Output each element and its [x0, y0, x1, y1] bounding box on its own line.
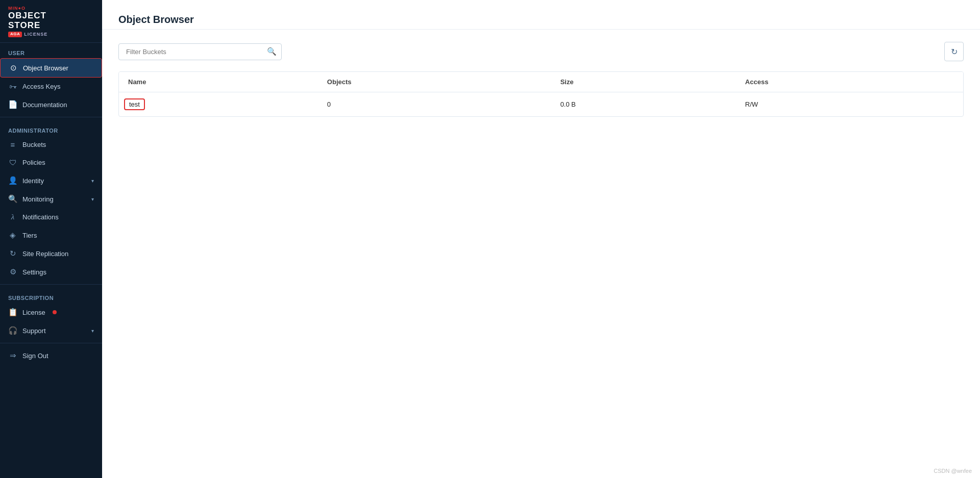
sidebar-item-documentation[interactable]: 📄 Documentation [0, 95, 102, 114]
bucket-objects: 0 [318, 92, 551, 117]
admin-section-label: Administrator [0, 120, 102, 136]
logo-license: LICENSE [24, 32, 47, 37]
main-header: Object Browser [102, 0, 980, 30]
logo-badge: AGA [8, 32, 22, 37]
logo-store: STORE [8, 21, 94, 31]
sidebar: MIN●O OBJECT STORE AGA LICENSE User ⊙ Ob… [0, 0, 102, 478]
license-icon: 📋 [8, 308, 17, 317]
sidebar-item-label: Identity [22, 177, 44, 185]
tiers-icon: ◈ [8, 231, 17, 240]
access-keys-icon: 🗝 [8, 82, 17, 91]
documentation-icon: 📄 [8, 100, 17, 109]
settings-icon: ⚙ [8, 267, 17, 276]
sidebar-item-object-browser[interactable]: ⊙ Object Browser [0, 58, 102, 78]
monitoring-chevron-icon: ▾ [91, 196, 94, 202]
logo-object: OBJECT [8, 11, 94, 21]
sidebar-item-license[interactable]: 📋 License [0, 303, 102, 321]
site-replication-icon: ↻ [8, 249, 17, 258]
sidebar-item-identity[interactable]: 👤 Identity ▾ [0, 171, 102, 190]
sidebar-item-label: Documentation [22, 101, 67, 109]
object-browser-icon: ⊙ [9, 63, 18, 72]
sidebar-item-access-keys[interactable]: 🗝 Access Keys [0, 78, 102, 95]
col-objects: Objects [318, 72, 551, 92]
sidebar-item-label: Monitoring [22, 195, 54, 203]
sidebar-item-label: Object Browser [23, 64, 68, 72]
buckets-table: Name Objects Size Access test 0 0.0 B R/… [119, 72, 963, 116]
main-content: Object Browser 🔍 ↻ Name Objects Size Acc… [102, 0, 980, 478]
toolbar: 🔍 ↻ [118, 42, 964, 61]
sidebar-item-label: Buckets [22, 141, 46, 148]
sidebar-item-label: Access Keys [22, 83, 60, 90]
bucket-access: R/W [736, 92, 963, 117]
sidebar-item-notifications[interactable]: λ Notifications [0, 208, 102, 226]
bucket-name[interactable]: test [124, 98, 145, 110]
sidebar-item-monitoring[interactable]: 🔍 Monitoring ▾ [0, 190, 102, 208]
sidebar-item-policies[interactable]: 🛡 Policies [0, 154, 102, 171]
sidebar-item-sign-out[interactable]: ⇒ Sign Out [0, 346, 102, 365]
filter-buckets-input[interactable] [118, 43, 282, 60]
identity-icon: 👤 [8, 176, 17, 185]
buckets-icon: ≡ [8, 140, 17, 149]
watermark: CSDN @wnfee [934, 468, 972, 474]
col-size: Size [551, 72, 736, 92]
table-header: Name Objects Size Access [119, 72, 963, 92]
monitoring-icon: 🔍 [8, 194, 17, 204]
refresh-button[interactable]: ↻ [944, 42, 964, 61]
support-chevron-icon: ▾ [91, 328, 94, 334]
subscription-section-label: Subscription [0, 288, 102, 303]
refresh-icon: ↻ [951, 47, 958, 57]
sidebar-item-label: Sign Out [22, 352, 48, 360]
license-dot-badge [53, 310, 57, 314]
sidebar-item-label: Site Replication [22, 250, 68, 258]
main-body: 🔍 ↻ Name Objects Size Access [102, 30, 980, 478]
table-body: test 0 0.0 B R/W [119, 92, 963, 117]
search-icon: 🔍 [267, 47, 277, 56]
sidebar-item-label: Notifications [22, 213, 59, 221]
buckets-table-wrap: Name Objects Size Access test 0 0.0 B R/… [118, 71, 964, 117]
sidebar-item-label: Tiers [22, 232, 37, 239]
sidebar-item-label: License [22, 309, 45, 316]
support-icon: 🎧 [8, 326, 17, 335]
sidebar-item-label: Settings [22, 268, 46, 276]
col-name: Name [119, 72, 318, 92]
sidebar-item-label: Support [22, 327, 46, 335]
sidebar-item-buckets[interactable]: ≡ Buckets [0, 136, 102, 154]
bucket-name-cell[interactable]: test [119, 92, 318, 117]
sidebar-item-tiers[interactable]: ◈ Tiers [0, 226, 102, 244]
filter-input-wrap: 🔍 [118, 43, 282, 60]
policies-icon: 🛡 [8, 158, 17, 167]
identity-chevron-icon: ▾ [91, 178, 94, 184]
sidebar-item-site-replication[interactable]: ↻ Site Replication [0, 244, 102, 263]
bucket-size: 0.0 B [551, 92, 736, 117]
sidebar-item-label: Policies [22, 159, 45, 166]
user-section-label: User [0, 43, 102, 58]
sidebar-item-settings[interactable]: ⚙ Settings [0, 263, 102, 281]
notifications-icon: λ [8, 213, 17, 221]
sign-out-icon: ⇒ [8, 351, 17, 360]
sidebar-item-support[interactable]: 🎧 Support ▾ [0, 321, 102, 340]
page-title: Object Browser [118, 14, 194, 26]
col-access: Access [736, 72, 963, 92]
table-row[interactable]: test 0 0.0 B R/W [119, 92, 963, 117]
app-logo: MIN●O OBJECT STORE AGA LICENSE [0, 0, 102, 43]
